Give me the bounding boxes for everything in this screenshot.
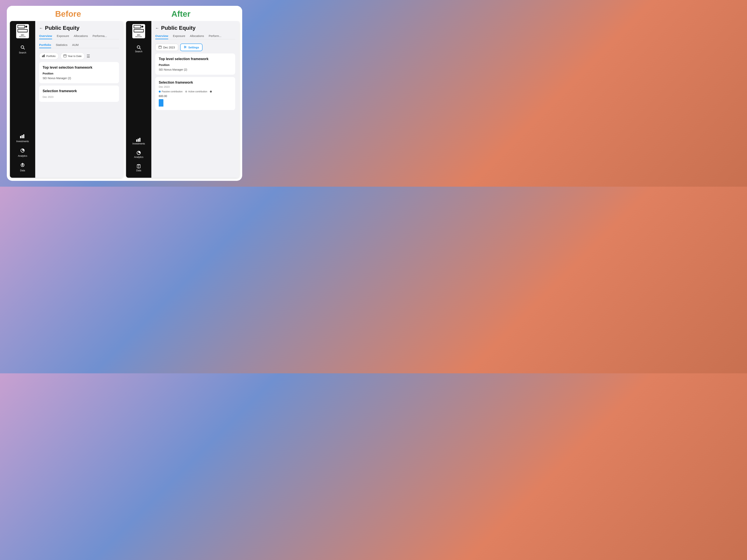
sidebar-item-search[interactable]: Search [10, 44, 35, 55]
calendar-icon [158, 46, 162, 49]
svg-rect-0 [18, 25, 25, 28]
svg-point-40 [184, 48, 185, 48]
after-sidebar-item-search[interactable]: Search [126, 44, 151, 54]
svg-point-38 [184, 46, 185, 47]
legend-passive: Passive contribution [159, 90, 182, 93]
after-card2-title: Selection framework [159, 80, 232, 85]
settings-button[interactable]: Settings [180, 44, 203, 51]
subtab-portfolio[interactable]: Portfolio [39, 43, 51, 48]
data-icon [20, 163, 25, 168]
filter-menu-icon[interactable]: ☰ [86, 54, 90, 58]
before-label: Before [12, 9, 125, 19]
before-card2-date: Dec 2023 [43, 96, 115, 98]
after-tab-performance[interactable]: Perform... [209, 34, 222, 39]
sidebar-item-investments[interactable]: Investments [10, 133, 35, 144]
year-to-date-filter-button[interactable]: Year to Date [60, 53, 85, 60]
svg-rect-2 [18, 29, 27, 32]
year-to-date-filter-label: Year to Date [68, 55, 82, 58]
before-card1-title: Top level selection framework [43, 65, 115, 70]
chart-value: 600.00 [159, 95, 232, 98]
after-sidebar-search-label: Search [135, 50, 143, 53]
after-card1: Top level selection framework Position S… [155, 53, 235, 75]
active-dot [185, 90, 187, 92]
portfolio-filter-label: Portfolio [46, 55, 56, 58]
after-logo: SEI NOVUS [132, 24, 145, 38]
subtab-aum[interactable]: AUM [72, 43, 79, 48]
sidebar-investments-label: Investments [16, 140, 29, 143]
search-icon [20, 45, 25, 51]
chart-bar-1 [159, 99, 163, 107]
extra-dot [210, 90, 212, 92]
after-investments-icon [136, 137, 141, 142]
after-sidebar-item-analytics[interactable]: Analytics [126, 149, 151, 160]
before-card2-title: Selection framework [43, 89, 115, 93]
portfolio-filter-button[interactable]: Portfolio [39, 53, 58, 59]
svg-rect-15 [63, 55, 66, 57]
sidebar-item-analytics[interactable]: Analytics [10, 147, 35, 158]
before-logo: SEI NOVUS [16, 24, 29, 38]
date-picker-button[interactable]: Dec 2023 [155, 44, 178, 51]
active-label: Active contribution [188, 90, 207, 93]
after-sidebar-analytics-label: Analytics [134, 156, 144, 158]
after-back-button[interactable]: ← [155, 26, 159, 30]
before-card2: Selection framework Dec 2023 [39, 85, 119, 102]
after-sidebar-spacer [126, 57, 151, 133]
after-label: After [125, 9, 237, 19]
before-card1-subtitle: Position [43, 72, 115, 75]
before-tabs: Overview Exposure Allocations Performa..… [39, 34, 119, 39]
sei-text: SEI [18, 34, 28, 36]
svg-rect-14 [44, 54, 45, 57]
after-sidebar-data-label: Data [136, 169, 141, 172]
investments-icon [20, 134, 25, 139]
outer-card: Before After SEI NOVUS [7, 6, 242, 181]
svg-rect-19 [134, 25, 141, 28]
sidebar-item-data[interactable]: Data [10, 162, 35, 173]
svg-rect-5 [20, 136, 21, 138]
after-sidebar-item-investments[interactable]: Investments [126, 136, 151, 146]
after-card1-subtitle: Position [159, 63, 232, 66]
after-sei-novus-logo-icon [134, 25, 144, 33]
before-page-header: ← Public Equity [39, 25, 119, 31]
before-card1-value: SEI Novus Manager (2) [43, 77, 115, 80]
settings-label: Settings [188, 46, 199, 49]
svg-rect-24 [136, 139, 137, 142]
after-tabs: Overview Exposure Allocations Perform... [155, 34, 235, 39]
svg-rect-6 [22, 135, 23, 138]
tab-overview[interactable]: Overview [39, 34, 52, 39]
after-tab-exposure[interactable]: Exposure [173, 34, 185, 39]
after-tab-allocations[interactable]: Allocations [190, 34, 204, 39]
after-sei-text: SEI [134, 34, 144, 36]
calendar-filter-icon [63, 54, 67, 58]
svg-point-20 [141, 26, 144, 28]
before-back-button[interactable]: ← [39, 26, 43, 30]
comparison-header: Before After [7, 6, 242, 21]
after-novus-text: NOVUS [134, 36, 144, 37]
after-sidebar-investments-label: Investments [132, 142, 145, 145]
before-filter-bar: Portfolio Year to Date [39, 53, 119, 60]
chart-legend: Passive contribution Active contribution [159, 90, 232, 93]
before-main: ← Public Equity Overview Exposure Alloca… [35, 21, 123, 178]
svg-rect-13 [43, 55, 44, 57]
after-date-settings-row: Dec 2023 [155, 44, 235, 51]
before-panel: SEI NOVUS Search [10, 21, 123, 178]
analytics-icon [20, 148, 25, 154]
after-tab-overview[interactable]: Overview [155, 34, 168, 39]
novus-text: NOVUS [18, 36, 28, 37]
tab-exposure[interactable]: Exposure [57, 34, 69, 39]
tab-allocations[interactable]: Allocations [74, 34, 88, 39]
svg-point-39 [185, 47, 186, 48]
subtab-statistics[interactable]: Statistics [56, 43, 68, 48]
svg-point-11 [22, 165, 23, 165]
passive-label: Passive contribution [162, 90, 182, 93]
after-sidebar-item-data[interactable]: Data [126, 163, 151, 173]
sidebar-search-label: Search [19, 51, 26, 54]
date-label: Dec 2023 [163, 46, 175, 49]
sidebar-analytics-label: Analytics [18, 155, 27, 157]
after-analytics-icon [136, 151, 141, 156]
sidebar-spacer1 [10, 58, 35, 130]
tab-performance[interactable]: Performa... [93, 34, 107, 39]
after-search-icon [136, 45, 141, 50]
svg-rect-12 [42, 56, 43, 57]
svg-rect-31 [159, 46, 161, 48]
svg-rect-7 [23, 134, 24, 138]
